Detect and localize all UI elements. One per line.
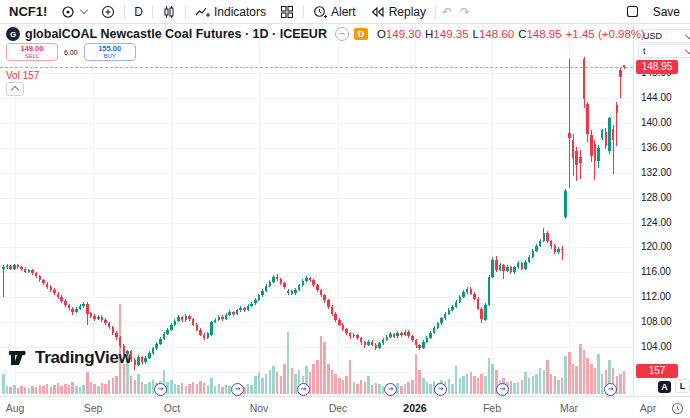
volume-bar [188,384,191,394]
compare-add-button[interactable] [94,0,122,23]
toolbar-separator [124,5,125,19]
volume-bar [517,382,520,394]
save-button[interactable]: Save [646,0,690,23]
candle-body [101,317,104,321]
candle-body [331,307,334,314]
h-gridline [0,173,633,174]
trade-panel: 149.00 SELL 6.00 155.00 BUY [6,43,136,61]
buy-button[interactable]: 155.00 BUY [84,43,136,61]
candle-body [495,260,498,270]
volume-bar [524,372,527,394]
candle-body [126,351,129,354]
toolbar-separator [152,5,153,19]
volume-bar [451,384,454,394]
timezone-clock-button[interactable] [671,401,684,418]
candle-body [115,333,118,337]
contract-event-icon[interactable]: → [297,383,310,396]
contract-event-icon[interactable]: → [154,383,167,396]
candle-body [276,277,279,279]
save-label: Save [653,5,680,19]
candle-body [502,265,505,271]
candle-body [170,325,173,330]
chart-canvas[interactable]: →→→→→→→ TradingView [0,23,633,396]
candle-body [396,333,399,337]
candle-body [46,284,49,287]
candle-body [349,333,352,336]
candle-body [386,337,389,340]
volume-bar [353,382,356,394]
chevron-down-icon [80,6,88,14]
candle-body [382,340,385,343]
volume-bar [623,371,626,394]
candle-body [2,267,5,269]
candle-body [338,320,341,324]
volume-bar [272,366,275,394]
currency-dropdown[interactable]: USD [638,29,690,43]
undo-button[interactable]: ↶ [438,0,456,23]
candle-body [254,300,257,304]
candle-body [239,308,242,311]
contract-event-icon[interactable]: → [604,383,617,396]
volume-bar [575,366,578,394]
indicators-button[interactable]: Indicators [188,0,273,23]
contract-event-icon[interactable]: → [384,383,397,396]
volume-bar [75,386,78,394]
volume-value-badge: 157 [636,364,678,378]
symbol-button[interactable]: NCF1! [0,0,54,23]
change-value: +1.45 (+0.98%) [566,28,645,40]
candle-body [477,299,480,309]
candle-body [86,304,89,314]
volume-bar [199,381,202,394]
volume-bar [554,376,557,394]
candle-body [82,304,85,307]
volume-legend[interactable]: Vol 157 [6,70,39,81]
candle-body [594,144,597,161]
contract-event-icon[interactable]: → [496,383,509,396]
sell-button[interactable]: 149.00 SELL [6,43,58,61]
candle-body [535,246,538,251]
candle-body [466,289,469,293]
layout-templates-button[interactable] [273,0,301,23]
contract-event-icon[interactable]: → [231,383,244,396]
time-tick-label: Nov [239,402,279,414]
collapse-legend-button[interactable] [6,82,24,96]
unit-dropdown[interactable]: t [638,44,690,58]
chart-type-button[interactable] [155,0,183,23]
symbol-info-button[interactable] [54,0,94,23]
volume-bar [104,384,107,394]
minus-icon[interactable]: – [335,27,349,41]
volume-bar [207,385,210,394]
symbol-legend[interactable]: G globalCOAL Newcastle Coal Futures · 1D… [6,27,645,41]
candle-body [280,279,283,283]
candle-body [473,294,476,299]
volume-bar [418,370,421,394]
auto-scale-button[interactable]: A [658,381,671,393]
volume-bar [42,386,45,394]
price-axis[interactable]: USD t 148.00144.00140.00136.00132.00128.… [633,23,690,396]
log-scale-button[interactable]: L [675,379,690,393]
time-axis[interactable]: AugSepOctNovDec2026FebMarApr [0,396,690,418]
contract-event-icon[interactable]: → [434,383,447,396]
candle-body [269,282,272,286]
close-value: 148.95 [526,28,561,40]
volume-bar [86,372,89,394]
candle-body [360,338,363,342]
clock-icon [671,402,684,415]
volume-bar [334,374,337,394]
layout-select-button[interactable] [619,0,646,23]
candle-body [532,251,535,257]
candle-body [177,317,180,321]
tradingview-watermark: TradingView [8,348,132,368]
candle-body [35,273,38,276]
v-gridline [338,23,339,396]
replay-button[interactable]: Replay [363,0,433,23]
redo-button[interactable]: ↷ [456,0,474,23]
alert-button[interactable]: Alert [306,0,363,23]
volume-bar [203,383,206,394]
volume-bar [46,384,49,394]
candle-body [298,285,301,289]
volume-bar [480,374,483,394]
candle-body [440,318,443,323]
interval-button[interactable]: D [127,0,150,23]
candle-body [356,335,359,338]
